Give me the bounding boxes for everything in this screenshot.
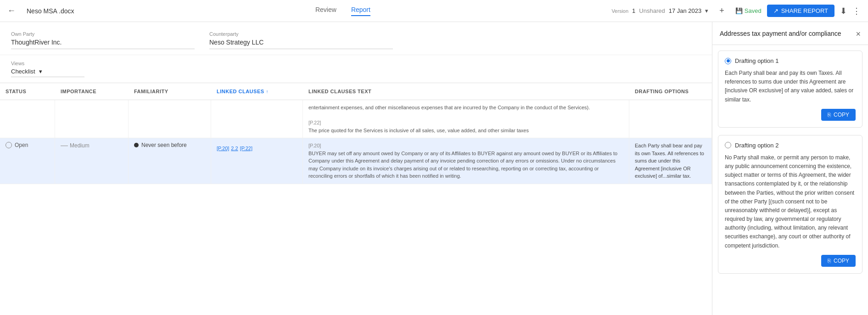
copy-icon-2: ⎘ xyxy=(828,258,831,264)
close-button[interactable]: × xyxy=(856,29,861,39)
linked-clauses-links: [P.20] 2.2 [P.22] xyxy=(217,142,252,151)
radio-option2[interactable] xyxy=(725,142,731,148)
right-panel-header: Addresses tax payment and/or compliance … xyxy=(712,22,868,45)
col-familiarity: FAMILIARITY xyxy=(129,87,211,96)
chevron-down-icon: ▾ xyxy=(39,68,42,75)
doc-title: Neso MSA .docx xyxy=(27,7,74,15)
action-buttons: 💾 Saved ↗ SHARE REPORT ⬇ ⋮ xyxy=(735,5,861,17)
table-row: entertainment expenses, and other miscel… xyxy=(0,100,712,138)
own-party-field: Own Party ThoughtRiver Inc. xyxy=(11,31,195,49)
table-body: entertainment expenses, and other miscel… xyxy=(0,100,712,315)
table-row: Open — Medium Never seen before xyxy=(0,138,712,184)
share-report-button[interactable]: ↗ SHARE REPORT xyxy=(767,5,834,17)
cell-status-empty xyxy=(0,100,55,138)
right-panel: Addresses tax payment and/or compliance … xyxy=(712,22,868,315)
counterparty-field: Counterparty Neso Strategy LLC xyxy=(209,31,393,49)
views-section: Views Checklist ▾ xyxy=(0,55,712,83)
version-status: Unshared xyxy=(639,7,665,14)
cell-status: Open xyxy=(0,138,55,184)
own-party-label: Own Party xyxy=(11,31,195,37)
version-label: Version xyxy=(611,8,628,14)
importance-badge: — Medium xyxy=(61,142,90,149)
views-select[interactable]: Checklist ▾ xyxy=(11,68,84,77)
option2-label: Drafting option 2 xyxy=(735,142,778,149)
col-drafting-options: DRAFTING OPTIONS xyxy=(629,87,712,96)
own-party-value: ThoughtRiver Inc. xyxy=(11,39,195,49)
download-button[interactable]: ⬇ xyxy=(840,6,847,16)
right-panel-body: Drafting option 1 Each Party shall bear … xyxy=(712,45,868,315)
familiarity-dot-icon xyxy=(134,143,139,147)
save-icon: 💾 xyxy=(735,7,743,14)
col-linked-clauses-text: LINKED CLAUSES TEXT xyxy=(303,87,629,96)
cell-linked-clauses-text-row1: entertainment expenses, and other miscel… xyxy=(303,100,629,138)
table-header: STATUS IMPORTANCE FAMILIARITY LINKED CLA… xyxy=(0,83,712,100)
drafting-text-row2: Each Party shall bear and pay its own Ta… xyxy=(635,142,706,180)
views-label: Views xyxy=(11,61,701,66)
cell-linked-clauses-text-row2: [P.20] BUYER may set off any amount owed… xyxy=(303,138,629,184)
version-number: 1 xyxy=(632,7,635,14)
add-version-button[interactable]: + xyxy=(719,6,724,16)
back-button[interactable]: ← xyxy=(7,6,16,16)
status-circle-icon xyxy=(6,142,12,148)
option1-label: Drafting option 1 xyxy=(735,57,778,64)
tab-report[interactable]: Report xyxy=(351,6,370,16)
left-panel: Own Party ThoughtRiver Inc. Counterparty… xyxy=(0,22,712,315)
right-panel-title: Addresses tax payment and/or compliance xyxy=(720,29,852,39)
version-section: Version 1 Unshared 17 Jan 2023 ▾ xyxy=(611,7,708,14)
drafting-option-1: Drafting option 1 Each Party shall bear … xyxy=(718,51,862,128)
version-date: 17 Jan 2023 xyxy=(669,7,702,14)
option2-text: No Party shall make, or permit any perso… xyxy=(725,153,856,250)
copy-icon-1: ⎘ xyxy=(828,112,831,118)
copy-button-1[interactable]: ⎘ COPY xyxy=(821,109,856,121)
linked-text-row1: entertainment expenses, and other miscel… xyxy=(308,104,590,134)
counterparty-value: Neso Strategy LLC xyxy=(209,39,393,49)
sort-icon: ↑ xyxy=(266,89,269,94)
drafting-option-2: Drafting option 2 No Party shall make, o… xyxy=(718,135,862,274)
cell-importance-empty xyxy=(55,100,129,138)
counterparty-label: Counterparty xyxy=(209,31,393,37)
more-options-button[interactable]: ⋮ xyxy=(852,6,861,16)
copy-button-2[interactable]: ⎘ COPY xyxy=(821,255,856,267)
clause-link-p20[interactable]: [P.20] xyxy=(217,146,229,151)
clause-link-p22[interactable]: [P.22] xyxy=(240,146,252,151)
cell-linked-clauses-row2: [P.20] 2.2 [P.22] xyxy=(211,138,303,184)
col-status: STATUS xyxy=(0,87,55,96)
col-linked-clauses[interactable]: LINKED CLAUSES ↑ xyxy=(211,87,303,96)
cell-drafting-row2: Each Party shall bear and pay its own Ta… xyxy=(629,138,712,184)
option1-header: Drafting option 1 xyxy=(725,57,856,64)
clause-link-22[interactable]: 2.2 xyxy=(231,146,238,151)
party-section: Own Party ThoughtRiver Inc. Counterparty… xyxy=(0,22,712,55)
share-icon: ↗ xyxy=(773,7,778,14)
cell-linked-clauses-empty xyxy=(211,100,303,138)
top-nav: ← Neso MSA .docx Review Report Version 1… xyxy=(0,0,868,22)
option2-header: Drafting option 2 xyxy=(725,142,856,149)
nav-tabs: Review Report xyxy=(85,6,601,16)
importance-dash-icon: — xyxy=(61,142,68,149)
col-importance: IMPORTANCE xyxy=(55,87,129,96)
main-content: Own Party ThoughtRiver Inc. Counterparty… xyxy=(0,22,868,315)
saved-indicator: 💾 Saved xyxy=(735,7,762,14)
option1-text: Each Party shall bear and pay its own Ta… xyxy=(725,69,856,104)
cell-familiarity-empty xyxy=(129,100,211,138)
linked-text-row2: [P.20] BUYER may set off any amount owed… xyxy=(308,142,623,180)
version-dropdown-icon[interactable]: ▾ xyxy=(705,7,708,14)
familiarity-badge: Never seen before xyxy=(134,142,187,148)
radio-option1[interactable] xyxy=(725,58,731,64)
cell-familiarity: Never seen before xyxy=(129,138,211,184)
tab-review[interactable]: Review xyxy=(315,6,336,16)
cell-importance: — Medium xyxy=(55,138,129,184)
cell-drafting-row1 xyxy=(629,100,712,138)
status-badge: Open xyxy=(6,142,28,148)
